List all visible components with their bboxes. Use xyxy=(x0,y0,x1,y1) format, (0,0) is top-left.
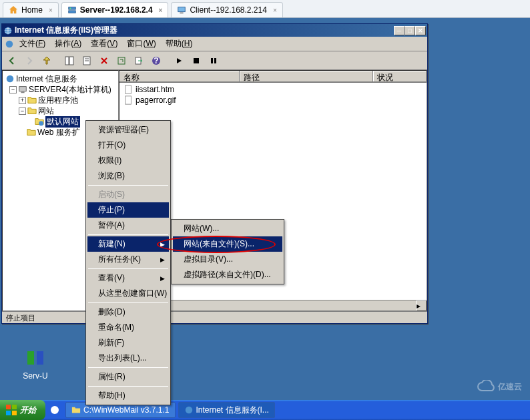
svg-rect-29 xyxy=(6,411,11,415)
menu-help[interactable]: 帮助(H) xyxy=(162,37,197,51)
watermark: 亿速云 xyxy=(477,380,522,393)
svg-rect-25 xyxy=(27,351,34,365)
menu-view[interactable]: 查看(V) xyxy=(87,37,121,51)
taskbar-item-iis[interactable]: Internet 信息服务(I... xyxy=(178,402,275,418)
minimize-button[interactable]: ─ xyxy=(394,26,405,35)
globe-icon xyxy=(5,74,15,83)
context-menu: 资源管理器(E)打开(O)权限(I)浏览(B)启动(S)停止(P)暂停(A)新建… xyxy=(85,120,171,405)
quick-launch-icon[interactable] xyxy=(49,405,60,415)
tree-app-pool[interactable]: + 应用程序池 xyxy=(5,95,115,106)
file-name: pagerror.gif xyxy=(136,95,176,105)
title-bar[interactable]: Internet 信息服务(IIS)管理器 ─ □ ✕ xyxy=(2,24,427,37)
site-icon xyxy=(35,117,44,126)
svg-rect-12 xyxy=(118,57,125,64)
svg-rect-18 xyxy=(214,58,216,63)
menu-window[interactable]: 窗口(W) xyxy=(123,37,160,51)
file-row[interactable]: iisstart.htm xyxy=(121,84,425,95)
ctx-item[interactable]: 网站(W)... xyxy=(173,221,282,236)
start-button[interactable] xyxy=(172,53,186,68)
ctx-item[interactable]: 从这里创建窗口(W) xyxy=(87,286,169,301)
export-button[interactable] xyxy=(131,53,146,68)
ctx-item[interactable]: 重命名(M) xyxy=(87,320,169,335)
cloud-icon xyxy=(477,380,495,393)
svg-rect-28 xyxy=(12,405,17,409)
tab-close-icon[interactable]: × xyxy=(273,7,277,14)
maximize-button[interactable]: □ xyxy=(405,26,415,35)
ctx-item[interactable]: 浏览(B) xyxy=(87,168,169,184)
refresh-button[interactable] xyxy=(114,53,129,68)
ctx-item[interactable]: 虚拟目录(V)... xyxy=(173,252,282,267)
ctx-item[interactable]: 刷新(F) xyxy=(87,335,169,351)
col-status[interactable]: 状况 xyxy=(373,71,427,82)
menu-bar: 文件(F) 操作(A) 查看(V) 窗口(W) 帮助(H) xyxy=(2,37,427,51)
ctx-item[interactable]: 帮助(H) xyxy=(87,388,169,403)
back-button[interactable] xyxy=(5,53,19,68)
svg-rect-20 xyxy=(19,87,27,91)
tab-close-icon[interactable]: × xyxy=(49,7,53,14)
ctx-item[interactable]: 所有任务(K)▶ xyxy=(87,252,169,267)
ctx-item[interactable]: 权限(I) xyxy=(87,153,169,168)
ctx-item[interactable]: 删除(D) xyxy=(87,304,169,320)
svg-rect-30 xyxy=(12,411,17,415)
file-icon xyxy=(123,95,133,105)
help-button[interactable]: ? xyxy=(149,53,164,68)
taskbar: 开始 C:\WinWebMail v3.7.1.1 Internet 信息服务(… xyxy=(0,400,530,420)
ctx-item[interactable]: 新建(N)▶ xyxy=(87,236,169,252)
svg-point-6 xyxy=(6,40,13,47)
svg-rect-26 xyxy=(37,351,43,365)
collapse-icon[interactable]: − xyxy=(19,108,26,115)
svg-point-31 xyxy=(51,406,59,414)
svg-point-19 xyxy=(7,75,14,83)
menu-action[interactable]: 操作(A) xyxy=(51,37,85,51)
desktop-icon-servu[interactable]: Serv-U xyxy=(12,347,59,381)
svg-rect-16 xyxy=(194,58,199,63)
ctx-item[interactable]: 网站(来自文件)(S)... xyxy=(173,236,282,252)
window-sys-buttons: ─ □ ✕ xyxy=(394,26,426,35)
app-menu-icon[interactable] xyxy=(5,39,14,49)
windows-logo-icon xyxy=(5,404,17,416)
tree-websites[interactable]: − 网站 xyxy=(5,106,115,116)
delete-button[interactable] xyxy=(97,53,111,68)
collapse-icon[interactable]: − xyxy=(9,86,17,93)
file-row[interactable]: pagerror.gif xyxy=(121,95,425,106)
svg-point-2 xyxy=(69,8,71,9)
tab-close-icon[interactable]: × xyxy=(159,7,163,14)
ctx-item[interactable]: 虚拟路径(来自文件)(D)... xyxy=(173,267,282,282)
stop-button[interactable] xyxy=(189,53,204,68)
properties-button[interactable] xyxy=(79,53,94,68)
close-button[interactable]: ✕ xyxy=(415,26,426,35)
col-path[interactable]: 路径 xyxy=(240,71,373,82)
scroll-right-button[interactable]: ▸ xyxy=(416,300,427,311)
window-title: Internet 信息服务(IIS)管理器 xyxy=(15,25,394,36)
ctx-item[interactable]: 打开(O) xyxy=(87,138,169,153)
ctx-item[interactable]: 暂停(A) xyxy=(87,218,169,233)
pause-button[interactable] xyxy=(206,53,221,68)
tree-server[interactable]: − SERVER4(本地计算机) xyxy=(5,84,115,95)
start-button[interactable]: 开始 xyxy=(0,400,45,420)
tab-label: Server--192.168.2.4 xyxy=(80,5,153,15)
col-name[interactable]: 名称 xyxy=(119,71,240,82)
ctx-item[interactable]: 查看(V)▶ xyxy=(87,270,169,286)
folder-icon xyxy=(27,128,36,137)
forward-button[interactable] xyxy=(22,53,37,68)
iis-icon xyxy=(184,405,194,415)
list-header: 名称 路径 状况 xyxy=(119,71,427,83)
svg-rect-23 xyxy=(125,85,131,93)
svg-rect-0 xyxy=(69,7,76,10)
up-button[interactable] xyxy=(39,53,54,68)
folder-icon xyxy=(27,106,37,116)
tree-root[interactable]: Internet 信息服务 xyxy=(5,73,115,84)
show-tree-button[interactable] xyxy=(62,53,77,68)
browser-tab-server[interactable]: Server--192.168.2.4 × xyxy=(61,2,169,17)
ctx-item[interactable]: 属性(R) xyxy=(87,369,169,385)
ctx-item[interactable]: 停止(P) xyxy=(87,202,169,218)
servu-icon xyxy=(25,347,46,369)
ctx-item[interactable]: 导出列表(L)... xyxy=(87,351,169,366)
browser-tab-client[interactable]: Client--192.168.2.214 × xyxy=(171,2,282,17)
expand-icon[interactable]: + xyxy=(19,97,26,104)
svg-rect-7 xyxy=(65,57,69,65)
browser-tab-home[interactable]: Home × xyxy=(3,2,59,17)
file-name: iisstart.htm xyxy=(136,85,174,94)
ctx-item[interactable]: 资源管理器(E) xyxy=(87,122,169,138)
menu-file[interactable]: 文件(F) xyxy=(15,37,49,51)
